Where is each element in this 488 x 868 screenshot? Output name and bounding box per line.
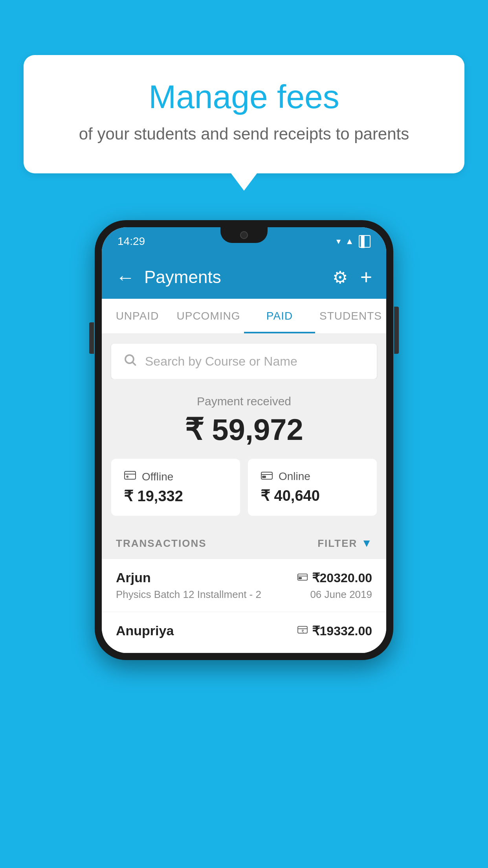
transactions-header: TRANSACTIONS FILTER ▼ — [102, 528, 386, 559]
payment-cards: ₹ Offline ₹ 19,332 — [111, 459, 377, 516]
transaction-amount-area-anupriya: ₹ ₹19332.00 — [297, 623, 372, 638]
search-placeholder-text: Search by Course or Name — [145, 354, 297, 369]
online-icon — [261, 470, 273, 483]
transaction-top-anupriya: Anupriya ₹ ₹19332.00 — [116, 623, 372, 638]
status-bar: 14:29 ▾ ▲ ▌ — [102, 227, 386, 256]
transaction-name-arjun: Arjun — [116, 570, 151, 585]
signal-icon: ▲ — [345, 236, 354, 246]
bubble-title: Manage fees — [55, 79, 433, 115]
screen-title: Payments — [144, 267, 323, 287]
transaction-top-arjun: Arjun ₹20320.00 — [116, 570, 372, 585]
svg-text:₹: ₹ — [301, 629, 304, 633]
transaction-amount-arjun: ₹20320.00 — [312, 570, 372, 585]
transactions-label: TRANSACTIONS — [116, 537, 207, 550]
camera — [240, 231, 248, 239]
svg-text:₹: ₹ — [126, 475, 128, 479]
tabs: UNPAID UPCOMING PAID STUDENTS — [102, 299, 386, 334]
back-button[interactable]: ← — [116, 267, 135, 288]
online-type-label: Online — [279, 470, 310, 483]
online-amount: ₹ 40,640 — [261, 487, 364, 504]
speech-bubble: Manage fees of your students and send re… — [24, 55, 464, 173]
tab-unpaid[interactable]: UNPAID — [102, 299, 173, 333]
svg-rect-11 — [299, 577, 301, 579]
phone-wrapper: 14:29 ▾ ▲ ▌ ← Payments ⚙ + — [95, 220, 393, 660]
transaction-row-arjun[interactable]: Arjun ₹20320.00 — [102, 559, 386, 612]
transaction-amount-anupriya: ₹19332.00 — [312, 623, 372, 638]
filter-label: FILTER — [317, 537, 357, 550]
transaction-amount-area-arjun: ₹20320.00 — [297, 570, 372, 585]
offline-payment-card: ₹ Offline ₹ 19,332 — [111, 459, 240, 516]
offline-card-header: ₹ Offline — [124, 470, 227, 484]
transaction-date-arjun: 06 June 2019 — [310, 588, 372, 601]
add-icon[interactable]: + — [360, 265, 372, 289]
transaction-payment-icon-arjun — [297, 572, 308, 584]
transaction-bottom-arjun: Physics Batch 12 Installment - 2 06 June… — [116, 588, 372, 601]
bubble-subtitle: of your students and send receipts to pa… — [55, 123, 433, 146]
payment-total-amount: ₹ 59,972 — [111, 412, 377, 447]
filter-area[interactable]: FILTER ▼ — [317, 537, 372, 550]
offline-icon: ₹ — [124, 470, 136, 484]
transaction-course-arjun: Physics Batch 12 Installment - 2 — [116, 588, 261, 601]
notch — [220, 227, 268, 243]
status-icons: ▾ ▲ ▌ — [336, 235, 371, 248]
phone-screen: 14:29 ▾ ▲ ▌ ← Payments ⚙ + — [102, 227, 386, 653]
tab-paid[interactable]: PAID — [244, 299, 315, 333]
phone-device: 14:29 ▾ ▲ ▌ ← Payments ⚙ + — [95, 220, 393, 660]
search-bar[interactable]: Search by Course or Name — [111, 344, 377, 379]
offline-amount: ₹ 19,332 — [124, 487, 227, 505]
transaction-name-anupriya: Anupriya — [116, 623, 174, 638]
transaction-payment-icon-anupriya: ₹ — [297, 625, 308, 637]
search-icon — [123, 353, 137, 370]
app-header: ← Payments ⚙ + — [102, 256, 386, 299]
speech-bubble-area: Manage fees of your students and send re… — [24, 55, 464, 173]
payment-received-label: Payment received — [111, 395, 377, 408]
tab-students[interactable]: STUDENTS — [315, 299, 386, 333]
filter-icon: ▼ — [361, 537, 372, 550]
online-card-header: Online — [261, 470, 364, 483]
settings-icon[interactable]: ⚙ — [332, 267, 348, 287]
status-time: 14:29 — [117, 235, 145, 248]
wifi-icon: ▾ — [336, 236, 341, 246]
header-actions: ⚙ + — [332, 265, 372, 289]
offline-type-label: Offline — [142, 471, 173, 483]
tab-upcoming[interactable]: UPCOMING — [173, 299, 244, 333]
transaction-row-anupriya[interactable]: Anupriya ₹ ₹19332.00 — [102, 612, 386, 653]
battery-icon: ▌ — [359, 235, 371, 248]
online-payment-card: Online ₹ 40,640 — [248, 459, 377, 516]
search-container: Search by Course or Name — [102, 334, 386, 379]
svg-rect-8 — [262, 476, 266, 478]
svg-line-1 — [133, 362, 136, 365]
payment-summary: Payment received ₹ 59,972 — [102, 379, 386, 528]
